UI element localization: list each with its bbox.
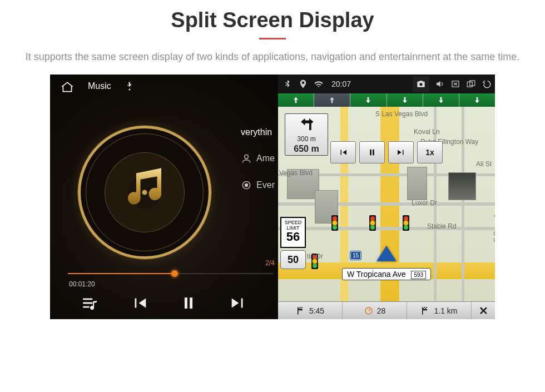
route-shield: 15 [350, 251, 361, 260]
track-row-now-playing[interactable]: verythin [241, 127, 275, 137]
album-art-disc [78, 126, 211, 259]
lane-arrow [387, 93, 423, 107]
screenshot-button[interactable] [413, 76, 429, 92]
svg-point-1 [245, 155, 249, 158]
track-list: verythin Ame Ever [241, 127, 275, 206]
pause-icon[interactable] [179, 294, 198, 312]
page-subtitle: It supports the same screen display of t… [0, 49, 545, 75]
lane-arrow [459, 93, 495, 107]
street-label: tin Dr [307, 252, 323, 260]
multiwindow-icon[interactable] [466, 79, 476, 89]
sim-pause-button[interactable] [359, 141, 385, 163]
status-time: 20:07 [331, 80, 351, 88]
device-screenshot: Music [50, 75, 495, 319]
current-road-banner: W Tropicana Ave 593 [342, 268, 431, 280]
sim-speed-button[interactable]: 1x [417, 141, 443, 163]
vehicle-icon [376, 246, 397, 261]
music-app-label: Music [88, 81, 111, 91]
lane-arrow [314, 93, 350, 107]
svg-rect-19 [422, 307, 423, 315]
simulation-controls: 1x [330, 141, 443, 163]
camera-icon [415, 78, 427, 90]
svg-rect-21 [425, 307, 427, 308]
track-row[interactable]: Ever [241, 180, 275, 191]
eta-segment[interactable]: 5:45 [278, 302, 343, 319]
artist-icon [241, 153, 252, 164]
street-label: Koval Ln [414, 128, 440, 136]
flag-icon [420, 306, 430, 316]
street-label: Ali St [476, 160, 492, 168]
svg-point-4 [246, 185, 247, 186]
street-label: E Reno Ave [493, 207, 495, 242]
sim-next-button[interactable] [388, 141, 414, 163]
nav-bottom-bar: 5:45 28 1.1 km ✕ [278, 301, 495, 319]
speed-segment[interactable]: 28 [343, 302, 407, 319]
track-counter: 2/4 [265, 259, 275, 267]
lane-arrow [423, 93, 459, 107]
remaining-segment[interactable]: 1.1 km [407, 302, 472, 319]
svg-rect-15 [300, 307, 301, 308]
music-pane: Music [50, 75, 278, 319]
svg-rect-13 [298, 307, 299, 315]
street-label: Vegas Blvd [279, 169, 313, 177]
stop-close-icon[interactable] [450, 79, 460, 89]
turn-instruction[interactable]: 300 m 650 m [285, 113, 328, 156]
navigation-pane: 20:07 [278, 75, 495, 319]
status-bar: 20:07 [278, 75, 495, 93]
turn-distance-big: 650 m [285, 144, 328, 154]
title-underline [259, 38, 286, 39]
gauge-icon [364, 306, 374, 316]
usb-icon [125, 81, 135, 91]
location-icon [298, 79, 308, 89]
progress-bar[interactable]: 2/4 [68, 270, 274, 276]
svg-point-0 [128, 89, 130, 91]
page-title: Split Screen Display [0, 8, 545, 32]
next-track-icon[interactable] [229, 294, 247, 312]
svg-rect-6 [190, 297, 193, 309]
disc-icon [241, 180, 252, 191]
speed-limit-sign: SPEEDLIMIT 56 [280, 217, 306, 248]
svg-rect-5 [185, 297, 187, 309]
track-row[interactable]: Ame [241, 153, 275, 164]
lane-arrow [350, 93, 387, 107]
prev-track-icon[interactable] [130, 294, 149, 312]
playlist-icon[interactable] [81, 294, 100, 312]
svg-rect-23 [427, 308, 428, 309]
lane-arrow-strip [278, 93, 495, 107]
svg-rect-16 [299, 308, 300, 309]
home-icon[interactable] [60, 80, 75, 92]
street-label: S Las Vegas Blvd [375, 110, 428, 118]
svg-rect-11 [370, 150, 371, 156]
volume-icon[interactable] [435, 79, 445, 89]
bluetooth-icon [283, 79, 293, 89]
svg-rect-22 [424, 308, 425, 309]
svg-rect-20 [423, 307, 424, 308]
music-note-icon [120, 165, 170, 215]
back-icon[interactable] [482, 79, 492, 89]
close-button[interactable]: ✕ [472, 302, 495, 319]
svg-rect-14 [298, 307, 299, 308]
wifi-icon [314, 79, 324, 89]
current-speed-badge: 50 [280, 250, 306, 269]
street-label: Stable Rd [427, 222, 457, 230]
svg-rect-12 [373, 150, 374, 156]
turn-distance-small: 300 m [285, 135, 328, 143]
street-label: Luxor Dr [412, 199, 437, 207]
svg-point-7 [420, 83, 423, 86]
flag-icon [296, 306, 306, 316]
svg-rect-17 [301, 308, 303, 309]
sim-prev-button[interactable] [330, 141, 356, 163]
map-canvas[interactable]: S Las Vegas Blvd Koval Ln Duke Ellington… [278, 107, 495, 301]
lane-arrow [278, 93, 314, 107]
